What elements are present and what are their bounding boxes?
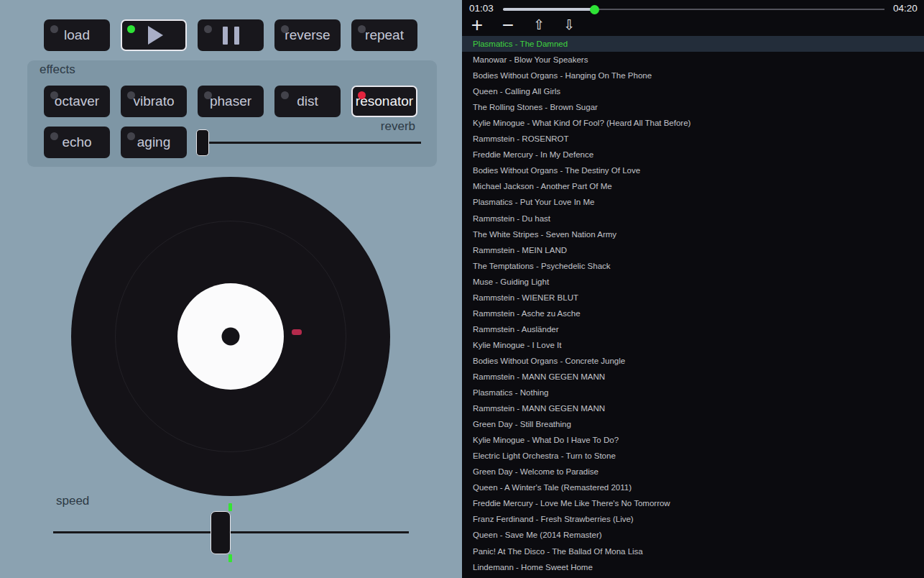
playlist-track[interactable]: Manowar - Blow Your Speakers — [462, 52, 924, 68]
playlist-track[interactable]: The Temptations - Psychedelic Shack — [462, 258, 924, 274]
effects-panel: effects octaver vibrato phaser dist reso… — [27, 60, 437, 167]
seek-bar-thumb[interactable] — [590, 5, 599, 14]
dist-led-indicator — [281, 91, 289, 99]
playlist-track[interactable]: Kylie Minogue - What Do I Have To Do? — [462, 432, 924, 448]
effects-row-1: octaver vibrato phaser dist resonator — [44, 86, 417, 117]
reverb-slider-thumb[interactable] — [196, 129, 209, 156]
move-track-up-button[interactable]: ⇧ — [530, 16, 548, 35]
playlist-track[interactable]: Rammstein - MANN GEGEN MANN — [462, 400, 924, 416]
playlist-track[interactable]: Freddie Mercury - Love Me Like There's N… — [462, 495, 924, 511]
move-track-down-button[interactable]: ⇩ — [560, 16, 578, 35]
load-button[interactable]: load — [44, 19, 110, 51]
playlist-panel: 01:03 04:20 + − ⇧ ⇩ Plasmatics - The Dam… — [462, 0, 924, 578]
playlist-track[interactable]: Plasmatics - The Damned — [462, 36, 924, 52]
vibrato-led-indicator — [127, 91, 135, 99]
repeat-button[interactable]: repeat — [351, 19, 417, 51]
playlist-track[interactable]: Green Day - Still Breathing — [462, 416, 924, 432]
vinyl-record[interactable] — [71, 177, 390, 496]
resonator-led-indicator — [358, 91, 366, 99]
phaser-led-indicator — [204, 91, 212, 99]
playlist-track[interactable]: Plasmatics - Put Your Love In Me — [462, 194, 924, 210]
play-icon — [148, 26, 163, 45]
vibrato-button[interactable]: vibrato — [121, 86, 187, 117]
playlist-track[interactable]: Rammstein - Du hast — [462, 211, 924, 226]
play-button[interactable] — [121, 19, 187, 51]
playlist-track[interactable]: Lindemann - Home Sweet Home — [462, 559, 924, 575]
aging-button-label: aging — [137, 134, 171, 150]
playlist-track[interactable]: Kylie Minogue - What Kind Of Fool? (Hear… — [462, 115, 924, 131]
turntable-deck-panel: load reverse repeat effects octaver — [0, 0, 462, 578]
playlist: Plasmatics - The DamnedManowar - Blow Yo… — [462, 36, 924, 575]
pause-led-indicator — [204, 25, 212, 33]
minus-icon: − — [502, 14, 514, 36]
playlist-track[interactable]: Franz Ferdinand - Fresh Strawberries (Li… — [462, 511, 924, 527]
playlist-track[interactable]: Kylie Minogue - I Love It — [462, 337, 924, 353]
playlist-track[interactable]: Muse - Guiding Light — [462, 274, 924, 290]
playlist-track[interactable]: Green Day - Welcome to Paradise — [462, 464, 924, 480]
playlist-track[interactable]: The Rolling Stones - Brown Sugar — [462, 99, 924, 115]
reverse-button[interactable]: reverse — [274, 19, 341, 51]
playlist-track[interactable]: Queen - Calling All Girls — [462, 83, 924, 99]
playlist-track[interactable]: Bodies Without Organs - The Destiny Of L… — [462, 162, 924, 178]
playlist-track[interactable]: Bodies Without Organs - Concrete Jungle — [462, 353, 924, 369]
aging-led-indicator — [127, 132, 135, 140]
play-led-indicator — [127, 25, 135, 33]
speed-tick-mark-bottom — [228, 554, 232, 562]
playlist-track[interactable]: Rammstein - Ausländer — [462, 321, 924, 337]
echo-led-indicator — [50, 132, 58, 140]
playlist-track[interactable]: Queen - Save Me (2014 Remaster) — [462, 527, 924, 543]
reverse-button-label: reverse — [285, 27, 330, 43]
progress-fill — [503, 8, 594, 11]
reverb-slider-track[interactable] — [203, 142, 421, 144]
phaser-button[interactable]: phaser — [198, 86, 264, 117]
playlist-track[interactable]: Bodies Without Organs - Hanging On The P… — [462, 68, 924, 83]
playlist-track[interactable]: Rammstein - MEIN LAND — [462, 242, 924, 258]
add-track-button[interactable]: + — [468, 16, 486, 35]
resonator-button[interactable]: resonator — [351, 86, 417, 117]
repeat-button-label: repeat — [365, 27, 404, 43]
effects-row-2: echo aging — [44, 127, 187, 158]
dist-button[interactable]: dist — [274, 86, 341, 117]
repeat-led-indicator — [358, 25, 366, 33]
reverb-slider-label: reverb — [345, 119, 415, 134]
playlist-track[interactable]: Plasmatics - Nothing — [462, 385, 924, 400]
transport-controls: load reverse repeat — [44, 19, 417, 51]
playlist-track[interactable]: Electric Light Orchestra - Turn to Stone — [462, 448, 924, 464]
playlist-track[interactable]: Rammstein - WIENER BLUT — [462, 290, 924, 306]
arrow-down-icon: ⇩ — [563, 17, 575, 32]
record-position-marker — [292, 329, 302, 335]
phaser-button-label: phaser — [210, 93, 251, 109]
dist-button-label: dist — [297, 93, 318, 109]
plus-icon: + — [471, 14, 483, 36]
playlist-track[interactable]: Panic! At The Disco - The Ballad Of Mona… — [462, 543, 924, 559]
echo-button[interactable]: echo — [44, 127, 110, 158]
total-duration: 04:20 — [893, 3, 918, 14]
record-spindle-hole — [222, 328, 240, 346]
aging-button[interactable]: aging — [121, 127, 187, 158]
playlist-track[interactable]: Queen - A Winter's Tale (Remastered 2011… — [462, 480, 924, 495]
playlist-track[interactable]: Freddie Mercury - In My Defence — [462, 147, 924, 162]
load-button-label: load — [64, 27, 90, 43]
octaver-button[interactable]: octaver — [44, 86, 110, 117]
remove-track-button[interactable]: − — [499, 16, 517, 35]
vibrato-button-label: vibrato — [133, 93, 174, 109]
speed-slider-track[interactable] — [53, 531, 409, 533]
effects-panel-title: effects — [40, 63, 75, 77]
echo-button-label: echo — [62, 134, 91, 150]
elapsed-time: 01:03 — [469, 3, 494, 14]
playlist-track[interactable]: The White Stripes - Seven Nation Army — [462, 226, 924, 242]
load-led-indicator — [50, 25, 58, 33]
arrow-up-icon: ⇧ — [533, 17, 545, 32]
playlist-track[interactable]: Michael Jackson - Another Part Of Me — [462, 178, 924, 194]
playlist-track[interactable]: Rammstein - MANN GEGEN MANN — [462, 369, 924, 385]
speed-tick-mark-top — [228, 503, 232, 511]
reverse-led-indicator — [281, 25, 289, 33]
pause-icon — [223, 27, 239, 45]
speed-slider-label: speed — [56, 494, 89, 508]
octaver-button-label: octaver — [55, 93, 99, 109]
octaver-led-indicator — [50, 91, 58, 99]
speed-slider-thumb[interactable] — [211, 511, 231, 554]
playlist-track[interactable]: Rammstein - ROSENROT — [462, 131, 924, 147]
pause-button[interactable] — [198, 19, 264, 51]
playlist-track[interactable]: Rammstein - Asche zu Asche — [462, 306, 924, 321]
